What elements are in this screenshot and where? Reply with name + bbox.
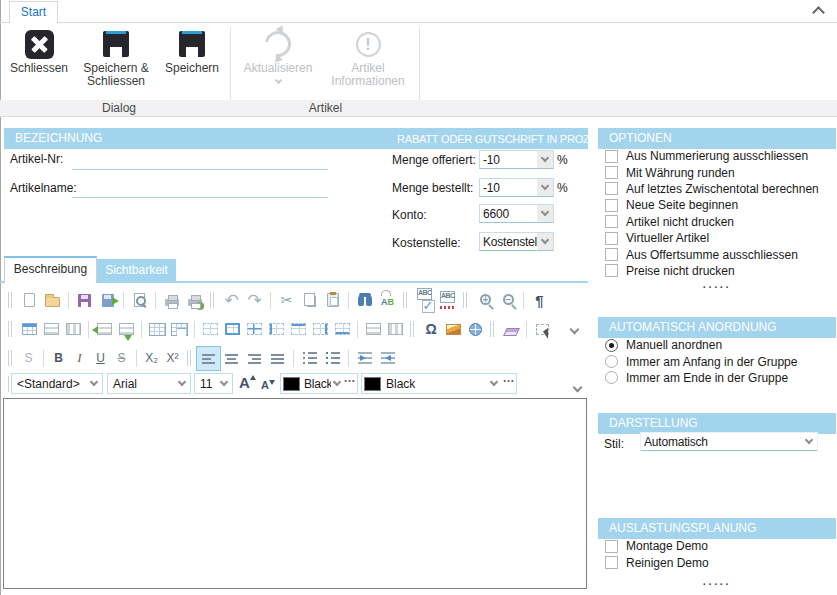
checkbox[interactable] — [605, 199, 618, 212]
numbered-list-button[interactable] — [321, 347, 344, 370]
toolbar-grip[interactable] — [210, 292, 214, 308]
radio-row[interactable]: Immer am Ende in der Gruppe — [598, 370, 836, 386]
justify-button[interactable] — [266, 347, 289, 370]
find-icon[interactable] — [353, 289, 376, 312]
tab-beschreibung[interactable]: Beschreibung — [4, 256, 97, 283]
replace-icon[interactable] — [376, 289, 399, 312]
toolbar-overflow-button[interactable] — [566, 376, 589, 399]
kostenstelle-combo[interactable]: Kostenstel — [479, 232, 554, 251]
print-preview-icon[interactable] — [128, 289, 151, 312]
save-icon[interactable] — [73, 289, 96, 312]
more-colors-button[interactable] — [343, 374, 357, 393]
checkbox-row[interactable]: Virtueller Artikel — [598, 230, 836, 246]
toolbar-grip[interactable] — [8, 350, 12, 366]
right-border-icon[interactable] — [309, 318, 331, 341]
undo-icon[interactable]: ↶ — [220, 289, 243, 312]
radio-selected[interactable] — [605, 339, 618, 352]
description-editor-area[interactable] — [3, 398, 587, 589]
hyperlink-icon[interactable] — [464, 318, 486, 341]
left-border-icon[interactable] — [265, 318, 287, 341]
formatting-marks-icon[interactable] — [528, 289, 551, 312]
bottom-border-icon[interactable] — [331, 318, 353, 341]
outdent-button[interactable] — [376, 347, 399, 370]
cut-icon[interactable]: ✂ — [275, 289, 298, 312]
tab-sichtbarkeit[interactable]: Sichtbarkeit — [97, 259, 176, 281]
highlight-color-combo[interactable]: Black — [361, 373, 517, 394]
outer-borders-icon[interactable] — [221, 318, 243, 341]
checkbox[interactable] — [605, 232, 618, 245]
checkbox[interactable] — [605, 182, 618, 195]
print-icon[interactable] — [160, 289, 183, 312]
select-icon[interactable] — [531, 318, 553, 341]
zoom-in-icon[interactable]: + — [473, 289, 496, 312]
radio-row[interactable]: Manuell anordnen — [598, 337, 836, 353]
new-document-icon[interactable] — [18, 289, 41, 312]
auslastung-expander[interactable]: ····· — [598, 578, 836, 590]
toolbar-grip[interactable] — [463, 292, 467, 308]
checkbox[interactable] — [605, 556, 618, 569]
toolbar-grip[interactable] — [187, 350, 191, 366]
checkbox-row[interactable]: Auf letztes Zwischentotal berechnen — [598, 181, 836, 197]
insert-column-left-icon[interactable] — [93, 318, 115, 341]
open-icon[interactable] — [41, 289, 64, 312]
combo-dropdown-button[interactable] — [537, 205, 553, 222]
merge-cells-icon[interactable] — [168, 318, 190, 341]
checkbox-row[interactable]: Neue Seite beginnen — [598, 197, 836, 213]
checkbox[interactable] — [605, 166, 618, 179]
toolbar-grip[interactable] — [410, 321, 414, 337]
checkbox[interactable] — [605, 150, 618, 163]
stil-combo[interactable]: Automatisch — [640, 432, 818, 451]
special-character-icon[interactable] — [420, 318, 442, 341]
insert-row-icon[interactable] — [40, 318, 62, 341]
radio[interactable] — [605, 371, 618, 384]
checkbox[interactable] — [605, 215, 618, 228]
align-right-button[interactable] — [243, 347, 266, 370]
align-left-button[interactable] — [197, 347, 220, 370]
artikel-nr-input[interactable] — [72, 153, 328, 170]
menge-offeriert-combo[interactable]: -10 — [479, 150, 554, 169]
paste-icon[interactable] — [321, 289, 344, 312]
insert-row-below-icon[interactable] — [115, 318, 137, 341]
toolbar-grip[interactable] — [8, 292, 12, 308]
insert-column-icon[interactable] — [62, 318, 84, 341]
checkbox[interactable] — [605, 248, 618, 261]
artikel-informationen-button[interactable]: Artikel Informationen — [324, 26, 412, 88]
redo-icon[interactable]: ↷ — [243, 289, 266, 312]
checkbox-row[interactable]: Mit Währung runden — [598, 164, 836, 180]
checkbox-row[interactable]: Aus Nummerierung ausschliessen — [598, 148, 836, 164]
toolbar-grip[interactable] — [490, 321, 494, 337]
insert-image-icon[interactable] — [442, 318, 464, 341]
artikelname-input[interactable] — [72, 181, 328, 198]
insert-table-icon[interactable] — [18, 318, 40, 341]
font-color-combo[interactable]: Black — [280, 373, 358, 394]
style-button[interactable]: S — [18, 348, 39, 369]
speichern-button[interactable]: Speichern — [161, 26, 223, 75]
inner-borders-icon[interactable] — [243, 318, 265, 341]
checkbox-row[interactable]: Preise nicht drucken — [598, 263, 836, 279]
aktualisieren-button[interactable]: Aktualisieren — [236, 26, 320, 83]
toolbar-grip[interactable] — [403, 292, 407, 308]
align-center-button[interactable] — [220, 347, 243, 370]
ribbon-collapse-button[interactable] — [814, 8, 823, 17]
table-grid-icon[interactable] — [146, 318, 168, 341]
checkbox[interactable] — [605, 264, 618, 277]
checkbox-row[interactable]: Montage Demo — [598, 538, 836, 554]
column-properties-icon[interactable] — [384, 318, 406, 341]
strikethrough-button[interactable]: S — [111, 348, 132, 369]
ribbon-tab-start[interactable]: Start — [9, 1, 58, 23]
print-options-icon[interactable] — [183, 289, 206, 312]
indent-button[interactable] — [353, 347, 376, 370]
toolbar-overflow-button[interactable] — [563, 318, 586, 341]
italic-button[interactable]: I — [69, 348, 90, 369]
combo-dropdown-button[interactable] — [537, 233, 553, 250]
copy-icon[interactable] — [298, 289, 321, 312]
radio[interactable] — [605, 355, 618, 368]
top-border-icon[interactable] — [287, 318, 309, 341]
konto-combo[interactable]: 6600 — [479, 204, 554, 223]
radio-row[interactable]: Immer am Anfang in der Gruppe — [598, 353, 836, 369]
bullet-list-button[interactable] — [298, 347, 321, 370]
autocorrect-icon[interactable] — [436, 289, 459, 312]
underline-button[interactable]: U — [90, 348, 111, 369]
row-properties-icon[interactable] — [362, 318, 384, 341]
font-size-combo[interactable]: 11 — [194, 373, 233, 394]
